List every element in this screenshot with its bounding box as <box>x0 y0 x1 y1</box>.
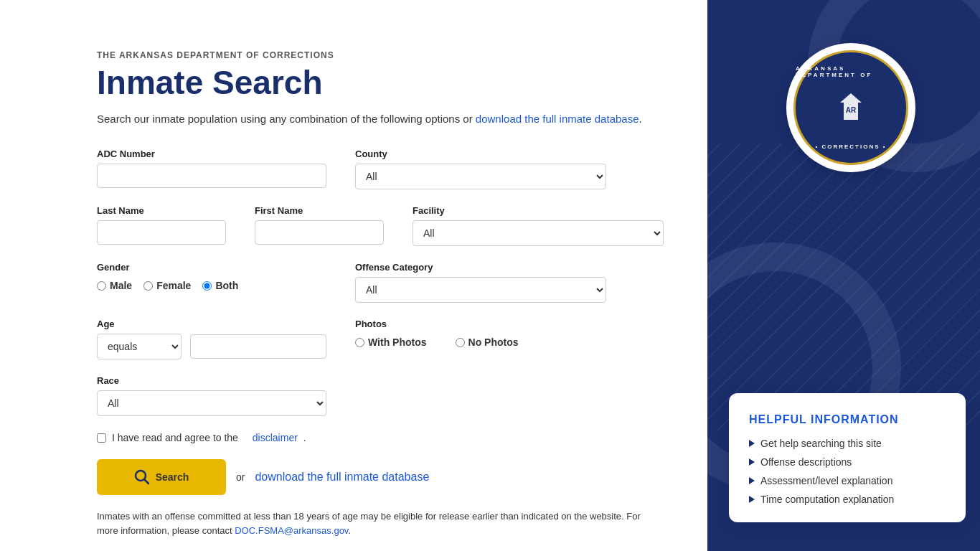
arkansas-state-icon: AR <box>833 90 869 126</box>
helpful-list: Get help searching this site Offense des… <box>749 438 946 505</box>
footnote: Inmates with an offense committed at les… <box>97 509 642 537</box>
intro-download-link[interactable]: download the full inmate database <box>476 113 639 125</box>
footnote-end: . <box>348 525 351 536</box>
intro-period: . <box>639 113 642 125</box>
adc-group: ADC Number <box>97 149 326 188</box>
firstname-input[interactable] <box>255 220 384 245</box>
chevron-right-icon-0 <box>749 440 755 447</box>
gender-male-option[interactable]: Male <box>97 280 132 291</box>
lastname-input[interactable] <box>97 220 226 245</box>
download-link[interactable]: download the full inmate database <box>255 471 429 484</box>
search-svg-icon <box>134 469 150 485</box>
gender-both-option[interactable]: Both <box>202 280 238 291</box>
gender-label: Gender <box>97 262 326 273</box>
race-group: Race All <box>97 375 326 416</box>
photos-with-radio[interactable] <box>355 338 364 347</box>
helpful-panel: HELPFUL INFORMATION Get help searching t… <box>729 393 966 522</box>
photos-none-radio[interactable] <box>456 338 465 347</box>
helpful-item-1[interactable]: Offense descriptions <box>749 456 946 468</box>
logo-seal: ARKANSAS DEPARTMENT OF AR • CORRECTIONS … <box>793 50 908 165</box>
firstname-label: First Name <box>255 205 384 216</box>
action-row: Search or download the full inmate datab… <box>97 459 671 495</box>
dept-label: THE ARKANSAS DEPARTMENT OF CORRECTIONS <box>97 50 674 60</box>
helpful-item-label-1: Offense descriptions <box>760 456 852 468</box>
facility-select[interactable]: All <box>413 220 664 246</box>
offense-label: Offense Category <box>355 262 606 273</box>
search-form: ADC Number County All Last Name First Na… <box>97 149 671 537</box>
gender-female-radio[interactable] <box>143 281 153 291</box>
photos-none-option[interactable]: No Photos <box>456 336 519 348</box>
county-label: County <box>355 149 606 159</box>
adc-label: ADC Number <box>97 149 326 159</box>
helpful-item-0[interactable]: Get help searching this site <box>749 438 946 449</box>
county-select[interactable]: All <box>355 164 606 189</box>
search-magnifier-icon <box>134 469 150 485</box>
chevron-right-icon-3 <box>749 496 755 503</box>
photos-options: With Photos No Photos <box>355 334 606 348</box>
gender-options: Male Female Both <box>97 277 326 291</box>
search-button-label: Search <box>156 471 189 483</box>
offense-select[interactable]: All <box>355 277 606 303</box>
or-text: or <box>236 471 245 483</box>
footnote-text: Inmates with an offense committed at les… <box>97 511 641 536</box>
race-select[interactable]: All <box>97 390 326 416</box>
age-value-input[interactable] <box>190 334 326 359</box>
age-operator-select[interactable]: equals less than greater than between <box>97 334 182 359</box>
gender-both-label: Both <box>215 280 238 291</box>
gender-group: Gender Male Female Both <box>97 262 326 291</box>
footnote-email-link[interactable]: DOC.FSMA@arkansas.gov <box>235 525 348 536</box>
form-row-adc-county: ADC Number County All <box>97 149 671 189</box>
helpful-item-3[interactable]: Time computation explanation <box>749 494 946 505</box>
chevron-right-icon-1 <box>749 458 755 466</box>
disclaimer-end: . <box>303 432 306 443</box>
form-row-race: Race All <box>97 375 671 416</box>
logo-ring-text-bottom: • CORRECTIONS • <box>815 143 886 150</box>
age-label: Age <box>97 319 326 329</box>
form-row-age-photos: Age equals less than greater than betwee… <box>97 319 671 359</box>
logo-ring-text-top: ARKANSAS DEPARTMENT OF <box>796 65 906 78</box>
adc-input[interactable] <box>97 164 326 188</box>
search-button[interactable]: Search <box>97 459 226 495</box>
photos-group: Photos With Photos No Photos <box>355 319 606 348</box>
main-content: THE ARKANSAS DEPARTMENT OF CORRECTIONS I… <box>0 0 674 537</box>
helpful-item-label-3: Time computation explanation <box>760 494 894 505</box>
helpful-title: HELPFUL INFORMATION <box>749 413 946 426</box>
disclaimer-row: I have read and agree to the disclaimer. <box>97 432 671 443</box>
lastname-group: Last Name <box>97 205 226 245</box>
disclaimer-link[interactable]: disclaimer <box>253 432 298 443</box>
offense-group: Offense Category All <box>355 262 606 303</box>
intro-text: Search our inmate population using any c… <box>97 111 674 128</box>
helpful-item-label-2: Assessment/level explanation <box>760 475 892 486</box>
firstname-group: First Name <box>255 205 384 245</box>
county-group: County All <box>355 149 606 189</box>
intro-text-before: Search our inmate population using any c… <box>97 113 473 125</box>
logo-container: ARKANSAS DEPARTMENT OF AR • CORRECTIONS … <box>786 43 915 172</box>
race-label: Race <box>97 375 326 386</box>
photos-with-option[interactable]: With Photos <box>355 336 427 348</box>
gender-male-radio[interactable] <box>97 281 106 291</box>
lastname-label: Last Name <box>97 205 226 216</box>
facility-label: Facility <box>413 205 664 216</box>
photos-with-label: With Photos <box>368 336 427 348</box>
form-row-names-facility: Last Name First Name Facility All <box>97 205 671 246</box>
facility-group: Facility All <box>413 205 664 246</box>
disclaimer-text: I have read and agree to the <box>112 432 238 443</box>
age-group: Age equals less than greater than betwee… <box>97 319 326 359</box>
svg-text:AR: AR <box>846 106 857 114</box>
gender-both-radio[interactable] <box>202 281 212 291</box>
gender-female-option[interactable]: Female <box>143 280 191 291</box>
gender-female-label: Female <box>156 280 191 291</box>
background-lines <box>707 143 980 430</box>
helpful-item-2[interactable]: Assessment/level explanation <box>749 475 946 486</box>
form-row-gender-offense: Gender Male Female Both <box>97 262 671 303</box>
svg-line-3 <box>144 480 149 484</box>
disclaimer-checkbox[interactable] <box>97 433 106 443</box>
photos-none-label: No Photos <box>468 336 519 348</box>
helpful-item-label-0: Get help searching this site <box>760 438 882 449</box>
photos-label: Photos <box>355 319 606 329</box>
gender-male-label: Male <box>110 280 132 291</box>
page-title: Inmate Search <box>97 65 674 101</box>
chevron-right-icon-2 <box>749 477 755 484</box>
age-row: equals less than greater than between <box>97 334 326 359</box>
